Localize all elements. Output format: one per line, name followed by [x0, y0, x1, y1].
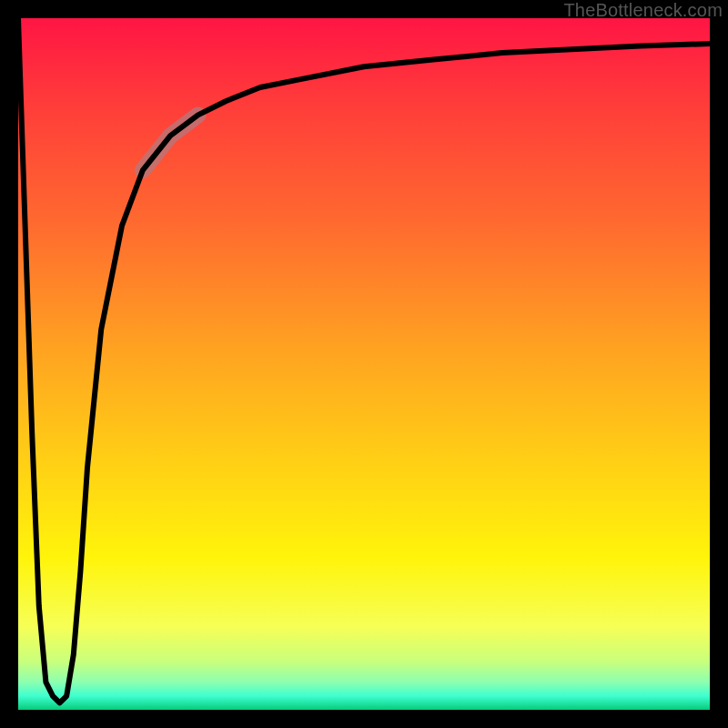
- curve-svg: [18, 18, 710, 710]
- plot-area: [18, 18, 710, 710]
- curve-line: [18, 18, 710, 703]
- chart-frame: TheBottleneck.com: [0, 0, 728, 728]
